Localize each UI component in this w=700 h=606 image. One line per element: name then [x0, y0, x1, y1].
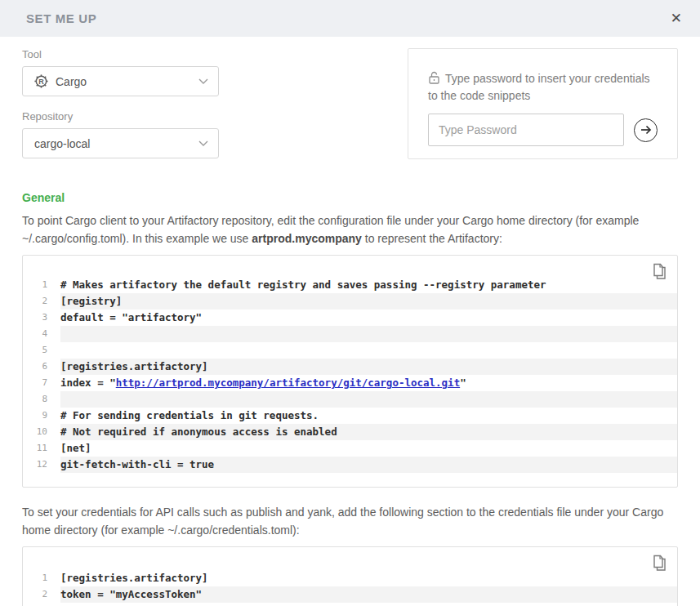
code-text: # Not required if anonymous access is en… [60, 424, 677, 440]
line-number: 12 [23, 457, 60, 473]
line-number: 11 [23, 440, 60, 457]
code-line: 8 [23, 391, 677, 408]
code-text: git-fetch-with-cli = true [60, 457, 677, 473]
open-lock-icon [428, 71, 440, 84]
code-line: 1# Makes artifactory the default registr… [23, 277, 677, 293]
modal-title: SET ME UP [26, 11, 96, 25]
code-text: [registry] [60, 293, 677, 310]
credentials-password-panel: Type password to insert your credentials… [408, 48, 678, 159]
close-icon[interactable]: ✕ [671, 11, 682, 25]
code-text: token = "myAccessToken" [60, 586, 677, 603]
code-line: 2[registry] [23, 293, 677, 310]
artifactory-host-name: artprod.mycompany [252, 232, 362, 245]
config-code-block: 1# Makes artifactory the default registr… [22, 255, 678, 488]
code-line: 7index = "http://artprod.mycompany/artif… [23, 375, 677, 391]
chevron-down-icon [198, 78, 208, 84]
cargo-gear-icon: R [34, 74, 48, 88]
code-text: # Makes artifactory the default registry… [60, 277, 677, 293]
line-number: 8 [23, 391, 60, 408]
code-line: 5 [23, 342, 677, 359]
copy-pages-icon[interactable] [650, 553, 669, 573]
line-number: 1 [23, 570, 60, 586]
arrow-right-circle-icon[interactable] [634, 118, 658, 142]
code-line: 2token = "myAccessToken" [23, 586, 677, 603]
code-line: 1[registries.artifactory] [23, 570, 677, 586]
code-text: [registries.artifactory] [60, 359, 677, 375]
line-number: 10 [23, 424, 60, 440]
line-number: 6 [23, 359, 60, 375]
registry-index-url-link[interactable]: http://artprod.mycompany/artifactory/git… [116, 377, 460, 389]
repository-selected-value: cargo-local [34, 137, 198, 150]
modal-header: SET ME UP ✕ [0, 0, 700, 37]
line-number: 3 [23, 310, 60, 326]
code-line: 6[registries.artifactory] [23, 359, 677, 375]
chevron-down-icon [198, 140, 208, 146]
code-line: 12git-fetch-with-cli = true [23, 457, 677, 473]
password-input[interactable] [428, 114, 624, 146]
line-number: 4 [23, 326, 60, 342]
line-number: 7 [23, 375, 60, 391]
repository-select[interactable]: cargo-local [22, 128, 219, 158]
code-text: [net] [60, 440, 677, 457]
credentials-paragraph: To set your credentials for API calls su… [22, 503, 678, 539]
code-line: 10# Not required if anonymous access is … [23, 424, 677, 440]
password-panel-message: Type password to insert your credentials… [428, 70, 658, 105]
credentials-code-block: 1[registries.artifactory]2token = "myAcc… [22, 546, 678, 606]
code-text [60, 326, 677, 342]
code-text: default = "artifactory" [60, 310, 677, 326]
setup-form-area: Tool [22, 48, 678, 171]
line-number: 1 [23, 277, 60, 293]
code-text: [registries.artifactory] [60, 570, 677, 586]
code-line: 11[net] [23, 440, 677, 457]
line-number: 2 [23, 586, 60, 603]
svg-text:R: R [38, 78, 44, 86]
code-line: 9# For sending credentials in git reques… [23, 408, 677, 424]
section-heading-general: General [22, 191, 678, 204]
code-text [60, 391, 677, 408]
tool-select[interactable]: R Cargo [22, 66, 219, 96]
tool-selected-value: Cargo [56, 75, 198, 88]
code-line: 4 [23, 326, 677, 342]
general-intro-paragraph: To point Cargo client to your Artifactor… [22, 212, 678, 247]
copy-pages-icon[interactable] [650, 261, 669, 282]
line-number: 2 [23, 293, 60, 310]
line-number: 9 [23, 408, 60, 424]
code-text: index = "http://artprod.mycompany/artifa… [60, 375, 677, 391]
code-text [60, 342, 677, 359]
code-line: 3default = "artifactory" [23, 310, 677, 326]
code-text: # For sending credentials in git request… [60, 408, 677, 424]
line-number: 5 [23, 342, 60, 359]
